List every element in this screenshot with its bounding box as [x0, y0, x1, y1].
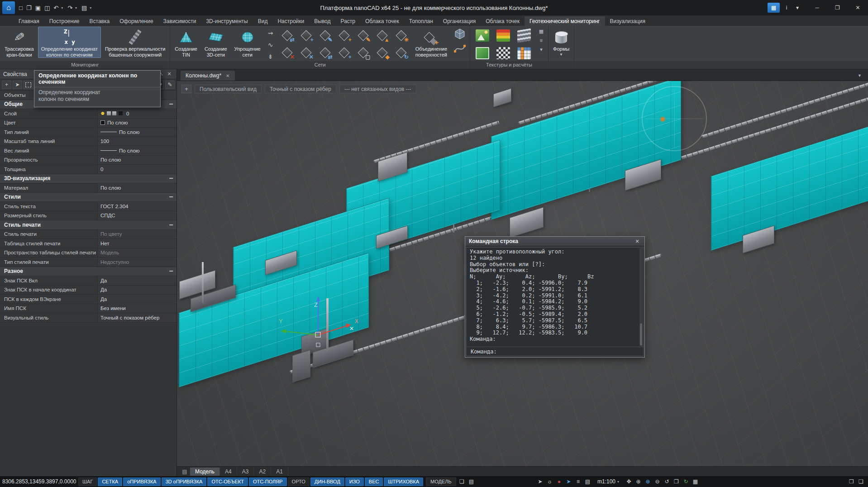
scrollbar[interactable]	[639, 248, 643, 346]
mesh-edit-icon[interactable]: ✎	[316, 27, 335, 44]
property-row[interactable]: Визуальный стиль Точный с показом рёбер …	[0, 313, 176, 323]
graph-tool-icon[interactable]: ∿	[266, 40, 276, 49]
open-file-icon[interactable]: ❐	[24, 2, 33, 13]
pick-cursor-icon[interactable]: ➤	[13, 81, 22, 89]
navigation-wheel[interactable]	[642, 86, 707, 151]
mesh-flip-icon[interactable]: ⇄	[316, 44, 335, 61]
dyn-input-icon[interactable]: ▤	[583, 477, 592, 486]
terrain-texture-icon[interactable]	[472, 27, 493, 44]
property-value[interactable]: Да	[97, 295, 176, 304]
property-value[interactable]: Недоступно	[97, 258, 176, 267]
shapes-button[interactable]: Формы▼	[550, 27, 572, 58]
create-tin-button[interactable]: СозданиеTIN	[172, 27, 200, 58]
grid-table-icon[interactable]: ▦	[691, 477, 700, 486]
layout-tab[interactable]: A2	[254, 468, 271, 476]
status-toggle[interactable]: ОТС-ОБЪЕКТ	[207, 477, 248, 486]
property-row[interactable]: Толщина 0 −	[0, 165, 176, 174]
green-image-icon[interactable]	[472, 44, 493, 62]
mesh-swap-edge-icon[interactable]: ⇄	[278, 27, 297, 44]
mesh-add-icon[interactable]: +	[297, 27, 316, 44]
collapse-icon[interactable]: −	[166, 267, 176, 275]
model-viewport[interactable]: Z Y ✕ X + Пользовательский видТочный с п…	[177, 81, 868, 466]
layout-tab[interactable]: A1	[271, 468, 288, 476]
lamp-icon[interactable]: ☼	[545, 477, 554, 486]
model-space-icon[interactable]: ▤	[467, 477, 476, 486]
property-row[interactable]: Масштаб типа линий 100 −	[0, 137, 176, 147]
property-value[interactable]: Без имени	[97, 304, 176, 313]
property-row[interactable]: Стиль текста ГОСТ 2.304 −	[0, 202, 176, 211]
property-row[interactable]: Стиль печати −	[0, 220, 176, 230]
viewport-control-chip[interactable]: Пользовательский вид	[195, 85, 262, 93]
column-coordinates-button[interactable]: Определение координатколонн по сечениям	[38, 27, 101, 58]
property-value[interactable]: По слою	[97, 156, 176, 165]
property-row[interactable]: ПСК в каждом ВЭкране Да −	[0, 295, 176, 304]
property-row[interactable]: 3D-визуализация −	[0, 174, 176, 184]
layout-tab[interactable]: A4	[220, 468, 237, 476]
close-button[interactable]: ✕	[848, 0, 868, 15]
ribbon-tab[interactable]: Облака точек	[360, 16, 404, 26]
property-row[interactable]: Стиль печати По цвету −	[0, 230, 176, 239]
zoom-in-icon[interactable]: ⊕	[634, 477, 643, 486]
mesh-update-icon[interactable]: ↻	[392, 44, 411, 61]
collapse-icon[interactable]: −	[166, 174, 176, 182]
mesh-add-vertex-icon[interactable]: +	[335, 27, 354, 44]
property-value[interactable]: Да	[97, 276, 176, 285]
tab-overflow-icon[interactable]: ▼	[855, 73, 864, 81]
mesh-asterisk-icon[interactable]: ✳	[392, 27, 411, 44]
layout-list-icon[interactable]: ▤	[179, 468, 190, 475]
mesh-cone-icon[interactable]: ▲	[373, 27, 392, 44]
collapse-icon[interactable]: −	[166, 193, 176, 201]
viewport-plus-button[interactable]: +	[181, 85, 191, 93]
viewport-control-chip[interactable]: --- нет связанных видов ---	[339, 85, 416, 93]
paper-space-icon[interactable]: ❏	[457, 477, 467, 486]
new-file-icon[interactable]: □	[17, 2, 24, 13]
sheets-icon[interactable]: ❐	[672, 477, 681, 486]
mini-caret-icon[interactable]: ▾	[537, 46, 545, 53]
status-toggle[interactable]: ВЕС	[365, 477, 383, 486]
mesh-remove-vertex-icon[interactable]: ✕	[297, 44, 316, 61]
property-value[interactable]: По слою	[97, 128, 176, 137]
ribbon-tab[interactable]: Оформление	[114, 16, 158, 26]
clip-boundary-icon[interactable]: ▢	[354, 44, 373, 61]
redo-caret-icon[interactable]: ▾	[72, 2, 80, 13]
status-toggle[interactable]: ОТС-ПОЛЯР	[249, 477, 287, 486]
simplify-mesh-button[interactable]: Упрощениесети	[231, 27, 264, 58]
create-3d-mesh-button[interactable]: Создание3D-сети	[201, 27, 230, 58]
mesh-delete-icon[interactable]: ✕	[278, 44, 297, 61]
nanocad-logo-icon[interactable]: ⌂	[2, 1, 15, 14]
value-table-icon[interactable]	[514, 44, 534, 62]
zoom-extents-icon[interactable]: ⊖	[653, 477, 662, 486]
add-selection-icon[interactable]: +	[2, 81, 11, 89]
ribbon-tab[interactable]: Геотехнический мониторинг	[525, 16, 605, 26]
ribbon-tab[interactable]: Растр	[336, 16, 360, 26]
surface-draw-icon[interactable]: ✎	[354, 27, 373, 44]
property-row[interactable]: Разное −	[0, 267, 176, 277]
command-line-header[interactable]: Командная строка ✕	[465, 237, 644, 246]
orange-polygon-icon[interactable]: ◆	[373, 44, 392, 61]
ribbon-tab[interactable]: Визуализация	[605, 16, 651, 26]
info-icon[interactable]: i	[782, 3, 792, 13]
status-toggle[interactable]: ДИН-ВВОД	[310, 477, 344, 486]
property-value[interactable]: По слою	[97, 119, 176, 128]
ribbon-tab[interactable]: Главная	[14, 16, 44, 26]
property-row[interactable]: Таблица стилей печати Нет −	[0, 239, 176, 248]
command-input[interactable]: Команда:	[466, 347, 644, 356]
color-ramp-icon[interactable]	[493, 27, 514, 44]
viewport-control-chip[interactable]: Точный с показом рёбер	[265, 85, 336, 93]
scale-selector[interactable]: m1:100 ▾	[593, 478, 623, 485]
pan-hand-icon[interactable]: ✥	[624, 477, 634, 486]
property-row[interactable]: Пространство таблицы стилей печати Модел…	[0, 248, 176, 258]
orbit-icon[interactable]: ↺	[662, 477, 672, 486]
property-value[interactable]: СПДС	[97, 211, 176, 220]
property-value[interactable]: Точный с показом рёбер	[97, 313, 176, 322]
property-row[interactable]: Прозрачность По слою −	[0, 156, 176, 165]
status-toggle[interactable]: СЕТКА	[98, 477, 122, 486]
regen-icon[interactable]: ↻	[681, 477, 691, 486]
collapse-icon[interactable]: −	[166, 100, 176, 108]
cascade-windows-icon[interactable]: ❒	[847, 477, 856, 486]
help-caret-icon[interactable]: ▾	[792, 3, 802, 13]
property-value[interactable]: Да	[97, 286, 176, 295]
property-value[interactable]: Модель	[97, 248, 176, 258]
section-tool-icon[interactable]: ⇟	[266, 52, 276, 61]
close-icon[interactable]: ✕	[165, 71, 173, 77]
